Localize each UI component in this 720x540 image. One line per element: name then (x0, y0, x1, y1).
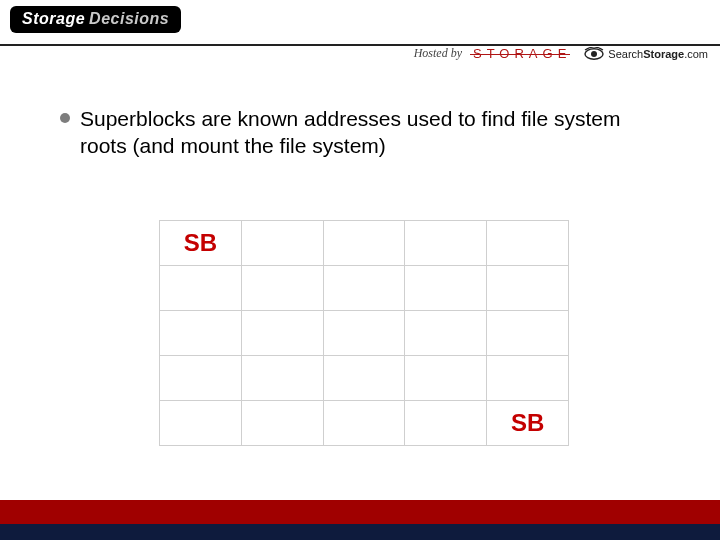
sponsor-searchstorage-logo: SearchStorage.com (584, 47, 708, 61)
sponsor-searchstorage-text: SearchStorage.com (608, 48, 708, 60)
grid-cell (323, 311, 405, 356)
grid-cell (241, 221, 323, 266)
sponsor-storage-logo: STORAGE (472, 46, 574, 61)
grid-cell (160, 401, 242, 446)
brand-logo: Storage Decisions (10, 6, 181, 33)
grid-cell (160, 266, 242, 311)
table-row (160, 311, 569, 356)
grid-cell (405, 266, 487, 311)
footer-bar-navy (0, 524, 720, 540)
grid-cell (487, 356, 569, 401)
grid-cell-sb: SB (160, 221, 242, 266)
grid-cell (241, 266, 323, 311)
footer-bar-red (0, 500, 720, 524)
header: Storage Decisions Hosted by STORAGE Sear… (0, 0, 720, 66)
svg-point-1 (591, 51, 597, 57)
grid-cell (241, 356, 323, 401)
grid-cell (241, 311, 323, 356)
grid-cell (487, 311, 569, 356)
superblock-table: SB (159, 220, 569, 446)
footer (0, 500, 720, 540)
grid-cell (405, 401, 487, 446)
grid-cell (487, 221, 569, 266)
grid-cell (323, 221, 405, 266)
grid-cell (487, 266, 569, 311)
grid-cell (241, 401, 323, 446)
table-row: SB (160, 221, 569, 266)
bullet-icon (60, 113, 70, 123)
grid-cell (323, 266, 405, 311)
brand-logo-word2: Decisions (89, 10, 169, 28)
slide: Storage Decisions Hosted by STORAGE Sear… (0, 0, 720, 540)
grid-cell (160, 356, 242, 401)
table-row (160, 356, 569, 401)
grid-cell (405, 356, 487, 401)
content-area: Superblocks are known addresses used to … (0, 66, 720, 160)
grid-cell (405, 311, 487, 356)
bullet-item: Superblocks are known addresses used to … (60, 106, 660, 160)
grid-cell (405, 221, 487, 266)
hosted-by-block: Hosted by STORAGE SearchStorage.com (414, 46, 708, 61)
superblock-grid: SB (159, 220, 569, 446)
table-row: SB (160, 401, 569, 446)
eye-icon (584, 47, 604, 61)
table-row (160, 266, 569, 311)
grid-cell-sb: SB (487, 401, 569, 446)
bullet-text: Superblocks are known addresses used to … (80, 106, 650, 160)
brand-logo-word1: Storage (22, 10, 85, 28)
grid-cell (323, 356, 405, 401)
grid-cell (160, 311, 242, 356)
grid-cell (323, 401, 405, 446)
hosted-by-label: Hosted by (414, 46, 462, 61)
